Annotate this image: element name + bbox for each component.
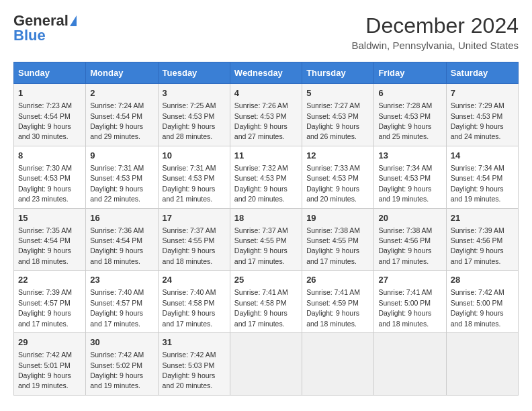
day-daylight: Daylight: 9 hours and 17 minutes. [18, 309, 71, 327]
header-sunday: Sunday [14, 62, 86, 84]
day-sunrise: Sunrise: 7:35 AM [18, 226, 72, 234]
day-daylight: Daylight: 9 hours and 18 minutes. [90, 246, 143, 265]
day-number: 28 [451, 274, 514, 286]
logo-general: General [13, 13, 69, 28]
day-sunrise: Sunrise: 7:31 AM [163, 164, 216, 172]
day-number: 26 [306, 274, 369, 286]
calendar-cell: 21 Sunrise: 7:39 AM Sunset: 4:56 PM Dayl… [446, 208, 518, 271]
calendar-cell: 28 Sunrise: 7:42 AM Sunset: 5:00 PM Dayl… [446, 271, 518, 333]
day-sunset: Sunset: 4:55 PM [234, 236, 287, 244]
day-daylight: Daylight: 9 hours and 22 minutes. [90, 185, 143, 203]
day-number: 31 [163, 336, 226, 349]
day-sunrise: Sunrise: 7:41 AM [306, 288, 360, 296]
day-sunset: Sunset: 4:56 PM [378, 236, 431, 244]
calendar-cell [302, 333, 374, 396]
day-sunset: Sunset: 4:53 PM [234, 112, 287, 120]
day-sunset: Sunset: 4:53 PM [378, 174, 431, 182]
day-number: 18 [234, 212, 298, 224]
day-sunset: Sunset: 5:01 PM [18, 361, 71, 369]
day-sunset: Sunset: 4:55 PM [306, 236, 359, 244]
day-daylight: Daylight: 9 hours and 21 minutes. [163, 185, 216, 203]
day-daylight: Daylight: 9 hours and 17 minutes. [234, 309, 287, 327]
day-sunset: Sunset: 4:54 PM [18, 112, 71, 120]
day-sunset: Sunset: 4:54 PM [18, 236, 71, 244]
day-daylight: Daylight: 9 hours and 29 minutes. [90, 122, 143, 140]
day-sunrise: Sunrise: 7:29 AM [451, 101, 504, 109]
calendar-cell: 6 Sunrise: 7:28 AM Sunset: 4:53 PM Dayli… [374, 84, 446, 146]
calendar-cell: 23 Sunrise: 7:40 AM Sunset: 4:57 PM Dayl… [86, 271, 158, 333]
calendar-cell: 3 Sunrise: 7:25 AM Sunset: 4:53 PM Dayli… [158, 84, 230, 146]
day-daylight: Daylight: 9 hours and 17 minutes. [451, 246, 504, 265]
day-daylight: Daylight: 9 hours and 20 minutes. [234, 185, 287, 203]
logo-blue: Blue [13, 28, 46, 43]
day-daylight: Daylight: 9 hours and 18 minutes. [306, 309, 359, 327]
logo-triangle-icon [70, 15, 77, 26]
calendar-cell: 9 Sunrise: 7:31 AM Sunset: 4:53 PM Dayli… [86, 146, 158, 208]
calendar-week-3: 15 Sunrise: 7:35 AM Sunset: 4:54 PM Dayl… [14, 208, 519, 271]
calendar-cell: 10 Sunrise: 7:31 AM Sunset: 4:53 PM Dayl… [158, 146, 230, 208]
calendar-cell: 5 Sunrise: 7:27 AM Sunset: 4:53 PM Dayli… [302, 84, 374, 146]
day-daylight: Daylight: 9 hours and 17 minutes. [163, 309, 216, 327]
day-sunset: Sunset: 4:54 PM [90, 236, 142, 244]
calendar-cell: 7 Sunrise: 7:29 AM Sunset: 4:53 PM Dayli… [446, 84, 518, 146]
day-sunrise: Sunrise: 7:37 AM [163, 226, 216, 234]
day-daylight: Daylight: 9 hours and 23 minutes. [18, 185, 71, 203]
day-sunrise: Sunrise: 7:28 AM [378, 101, 432, 109]
header-saturday: Saturday [446, 62, 518, 84]
day-number: 25 [234, 274, 298, 286]
day-sunset: Sunset: 4:53 PM [378, 112, 431, 120]
day-sunrise: Sunrise: 7:41 AM [234, 288, 288, 296]
day-sunrise: Sunrise: 7:38 AM [306, 226, 360, 234]
day-number: 14 [451, 150, 514, 162]
calendar-table: SundayMondayTuesdayWednesdayThursdayFrid… [13, 62, 519, 396]
calendar-week-1: 1 Sunrise: 7:23 AM Sunset: 4:54 PM Dayli… [14, 84, 519, 146]
day-daylight: Daylight: 9 hours and 28 minutes. [163, 122, 216, 140]
day-daylight: Daylight: 9 hours and 26 minutes. [306, 122, 359, 140]
day-sunrise: Sunrise: 7:24 AM [90, 101, 144, 109]
day-daylight: Daylight: 9 hours and 17 minutes. [234, 246, 287, 265]
day-sunset: Sunset: 5:03 PM [163, 361, 215, 369]
calendar-week-2: 8 Sunrise: 7:30 AM Sunset: 4:53 PM Dayli… [14, 146, 519, 208]
day-daylight: Daylight: 9 hours and 19 minutes. [378, 185, 431, 203]
calendar-cell [374, 333, 446, 396]
day-daylight: Daylight: 9 hours and 17 minutes. [306, 246, 359, 265]
day-daylight: Daylight: 9 hours and 19 minutes. [451, 185, 504, 203]
day-daylight: Daylight: 9 hours and 19 minutes. [90, 371, 143, 390]
day-sunrise: Sunrise: 7:23 AM [18, 101, 72, 109]
day-number: 22 [18, 274, 81, 286]
header-tuesday: Tuesday [158, 62, 230, 84]
day-daylight: Daylight: 9 hours and 20 minutes. [306, 185, 359, 203]
day-daylight: Daylight: 9 hours and 19 minutes. [18, 371, 71, 390]
day-sunset: Sunset: 4:53 PM [234, 174, 287, 182]
day-number: 6 [378, 87, 441, 99]
day-sunset: Sunset: 4:53 PM [90, 174, 142, 182]
calendar-cell: 11 Sunrise: 7:32 AM Sunset: 4:53 PM Dayl… [230, 146, 302, 208]
calendar-cell: 12 Sunrise: 7:33 AM Sunset: 4:53 PM Dayl… [302, 146, 374, 208]
day-sunrise: Sunrise: 7:34 AM [378, 164, 432, 172]
day-sunset: Sunset: 4:59 PM [306, 299, 359, 307]
calendar-cell: 24 Sunrise: 7:40 AM Sunset: 4:58 PM Dayl… [158, 271, 230, 333]
day-sunset: Sunset: 4:55 PM [163, 236, 215, 244]
day-sunset: Sunset: 4:54 PM [90, 112, 142, 120]
day-sunset: Sunset: 5:00 PM [378, 299, 431, 307]
header-wednesday: Wednesday [230, 62, 302, 84]
calendar-cell: 29 Sunrise: 7:42 AM Sunset: 5:01 PM Dayl… [14, 333, 86, 396]
location-title: Baldwin, Pennsylvania, United States [352, 40, 519, 51]
day-daylight: Daylight: 9 hours and 25 minutes. [378, 122, 431, 140]
day-number: 19 [306, 212, 369, 224]
calendar-cell: 8 Sunrise: 7:30 AM Sunset: 4:53 PM Dayli… [14, 146, 86, 208]
day-sunset: Sunset: 4:53 PM [306, 174, 359, 182]
calendar-cell: 22 Sunrise: 7:39 AM Sunset: 4:57 PM Dayl… [14, 271, 86, 333]
calendar-cell: 31 Sunrise: 7:42 AM Sunset: 5:03 PM Dayl… [158, 333, 230, 396]
day-sunrise: Sunrise: 7:26 AM [234, 101, 288, 109]
calendar-cell: 25 Sunrise: 7:41 AM Sunset: 4:58 PM Dayl… [230, 271, 302, 333]
day-sunset: Sunset: 4:57 PM [18, 299, 71, 307]
calendar-cell: 2 Sunrise: 7:24 AM Sunset: 4:54 PM Dayli… [86, 84, 158, 146]
calendar-cell [230, 333, 302, 396]
day-sunrise: Sunrise: 7:40 AM [163, 288, 216, 296]
day-number: 20 [378, 212, 441, 224]
day-sunrise: Sunrise: 7:27 AM [306, 101, 360, 109]
day-number: 23 [90, 274, 153, 286]
calendar-cell: 1 Sunrise: 7:23 AM Sunset: 4:54 PM Dayli… [14, 84, 86, 146]
calendar-cell [446, 333, 518, 396]
